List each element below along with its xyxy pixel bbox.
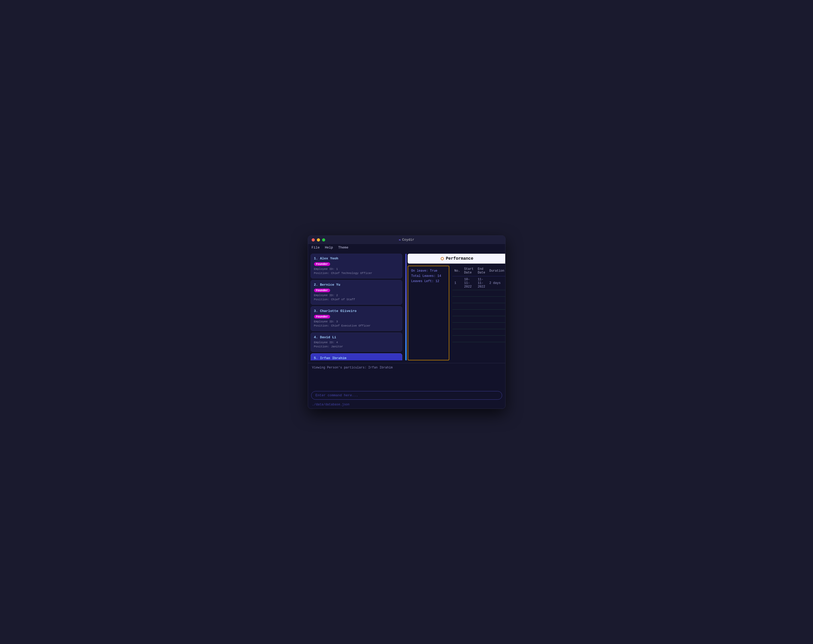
employee-list: 1. Alex Yeoh Founder Employee ID: 1 Posi… [311,254,404,360]
command-bar [308,389,505,402]
col-start: Start Date [462,266,476,276]
right-content: Performance On leave: True Total Leaves:… [408,254,505,360]
window-title: ❧ Coydir [398,238,414,242]
performance-title: Performance [446,256,473,261]
employee-badge: Founder [314,262,330,266]
employee-name: 1. Alex Yeoh [314,256,399,261]
employee-name: 2. Bernice Yu [314,283,399,287]
leave-table-container: No. Start Date End Date Duration 1 10-11… [452,266,505,360]
right-panel-wrapper: Performance On leave: True Total Leaves:… [408,254,505,360]
titlebar: ❧ Coydir [308,236,505,244]
menubar: File Help Theme [308,244,505,251]
cell-start: 10-11-2022 [462,276,476,290]
employee-card[interactable]: 2. Bernice Yu Founder Employee ID: 2 Pos… [311,280,402,305]
menu-help[interactable]: Help [325,245,333,250]
close-button[interactable] [312,238,315,241]
maximize-button[interactable] [322,238,325,241]
table-row-empty [452,296,505,303]
cell-duration: 2 days [487,276,505,290]
filepath: ./data/database.json [308,402,505,408]
menu-theme[interactable]: Theme [338,245,348,250]
employee-card[interactable]: 5. Irfan Ibrahim Project Lead Employee I… [311,353,402,360]
leave-info-box: On leave: True Total Leaves: 14 Leaves L… [408,266,449,360]
employee-name: 5. Irfan Ibrahim [314,356,399,360]
employee-card[interactable]: 1. Alex Yeoh Founder Employee ID: 1 Posi… [311,254,402,278]
employee-name: 4. David Li [314,336,399,339]
employee-card[interactable]: 4. David Li Employee ID: 4 Position: Jan… [311,333,402,352]
performance-body: On leave: True Total Leaves: 14 Leaves L… [408,266,505,360]
performance-header: Performance [408,254,505,264]
app-icon: ❧ [398,238,401,242]
table-row: 1 10-11-2022 11-11-2022 2 days [452,276,505,290]
menu-file[interactable]: File [312,245,320,250]
employee-name: 3. Charlotte Oliveiro [314,309,399,313]
scroll-divider [405,254,407,360]
employee-details: Employee ID: 4 Position: Janitor [314,340,399,349]
minimize-button[interactable] [317,238,320,241]
cell-end: 11-11-2022 [476,276,487,290]
col-duration: Duration [487,266,505,276]
table-row-empty [452,336,505,342]
table-row-empty [452,290,505,296]
cell-no: 1 [452,276,462,290]
col-end: End Date [476,266,487,276]
performance-dot-icon [441,257,444,260]
total-leaves-text: Total Leaves: 14 [411,273,446,279]
table-row-empty [452,310,505,316]
table-row-empty [452,316,505,322]
status-bar: Viewing Person's particulars: Irfan Ibra… [308,363,505,389]
col-no: No. [452,266,462,276]
table-row-empty [452,322,505,329]
employee-details: Employee ID: 1 Position: Chief Technolog… [314,267,399,276]
employee-details: Employee ID: 3 Position: Chief Executive… [314,319,399,328]
main-window: ❧ Coydir File Help Theme 1. Alex Yeoh Fo… [308,236,505,409]
employee-badge: Founder [314,315,330,319]
table-row-empty [452,303,505,310]
table-row-empty [452,329,505,336]
on-leave-text: On leave: True [411,268,446,273]
employee-details: Employee ID: 2 Position: Chief of Staff [314,293,399,302]
employee-card[interactable]: 3. Charlotte Oliveiro Founder Employee I… [311,306,402,331]
employee-badge: Founder [314,288,330,292]
main-content: 1. Alex Yeoh Founder Employee ID: 1 Posi… [308,251,505,363]
leave-table: No. Start Date End Date Duration 1 10-11… [452,266,505,342]
status-message: Viewing Person's particulars: Irfan Ibra… [312,366,393,370]
command-input[interactable] [311,391,502,400]
leaves-left-text: Leaves Left: 12 [411,279,446,284]
